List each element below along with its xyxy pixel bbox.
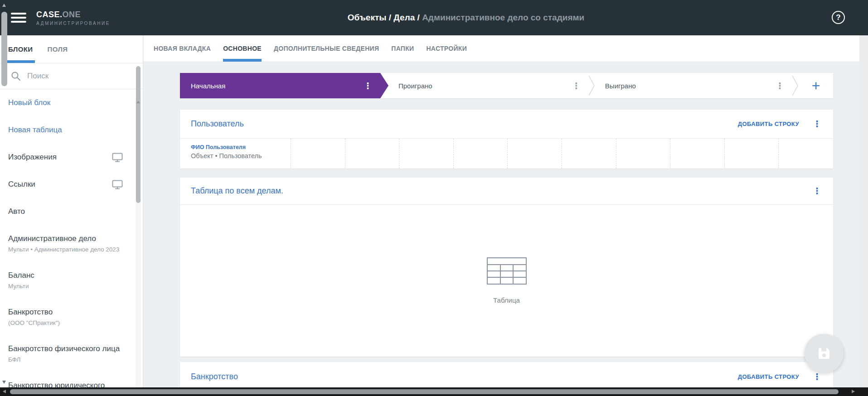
field-cell[interactable]: ФИО Пользователя Объект • Пользователь	[180, 139, 291, 169]
app-root: CASE.ONE АДМИНИСТРИРОВАНИЕ Объекты / Дел…	[0, 0, 868, 396]
monitor-icon	[112, 153, 123, 164]
sidebar-list-item[interactable]: Административное делоМульти • Администра…	[0, 225, 143, 262]
item-sublabel: (ООО "СПрактик")	[8, 319, 121, 327]
sidebar-list-item[interactable]: БалансМульти	[0, 262, 143, 299]
stage-label: Проиграно	[398, 82, 432, 90]
item-label: Новый блок	[8, 98, 121, 108]
main-tab[interactable]: ПАПКИ	[391, 35, 414, 62]
horizontal-scrollbar-thumb[interactable]	[10, 389, 839, 394]
scrollbar-right-arrow-icon[interactable]	[852, 390, 855, 393]
table-placeholder-label: Таблица	[493, 296, 520, 304]
item-sublabel: Мульти	[8, 283, 121, 290]
kebab-menu-icon[interactable]: ⋮	[776, 82, 784, 90]
kebab-menu-icon[interactable]: ⋮	[813, 372, 821, 381]
sidebar-search-row	[0, 63, 143, 89]
vertical-scrollbar[interactable]	[859, 0, 868, 387]
breadcrumb-current: Административное дело со стадиями	[422, 13, 584, 23]
sidebar-list-item[interactable]: Изображения	[0, 144, 143, 171]
empty-field-cell[interactable]	[779, 139, 833, 169]
stage-label: Начальная	[191, 82, 225, 90]
item-label: Банкротство физического лица	[8, 344, 121, 354]
stage-lost[interactable]: Проиграно ⋮	[388, 73, 588, 98]
kebab-menu-icon[interactable]: ⋮	[813, 120, 821, 128]
empty-field-cell[interactable]	[345, 139, 400, 169]
add-stage-button[interactable]: +	[799, 73, 833, 98]
card-user: Пользователь ДОБАВИТЬ СТРОКУ ⋮ ФИО Польз…	[180, 110, 833, 169]
sidebar: БЛОКИПОЛЯ Новый блокНовая таблицаИзображ…	[0, 35, 143, 387]
sidebar-list-item[interactable]: Новая таблица	[0, 116, 143, 144]
empty-field-cell[interactable]	[725, 139, 779, 169]
search-icon	[11, 71, 21, 81]
card-title[interactable]: Таблица по всем делам.	[191, 186, 283, 196]
monitor-icon	[112, 180, 123, 191]
sidebar-block-list: Новый блокНовая таблицаИзображенияСсылки…	[0, 89, 143, 396]
field-sublabel: Объект • Пользователь	[191, 152, 291, 159]
sidebar-list-item[interactable]: Ссылки	[0, 171, 143, 198]
stage-initial[interactable]: Начальная ⋮	[180, 73, 388, 98]
kebab-menu-icon[interactable]: ⋮	[572, 82, 581, 90]
table-icon	[487, 257, 527, 285]
horizontal-scrollbar[interactable]	[0, 387, 859, 396]
sidebar-list-item[interactable]: Новый блок	[0, 89, 143, 116]
item-label: Ссылки	[8, 179, 121, 189]
help-icon[interactable]: ?	[832, 11, 845, 24]
sidebar-list-item[interactable]: Банкротство физического лицаБФЛ	[0, 335, 143, 372]
item-label: Административное дело	[8, 234, 121, 244]
main-tab[interactable]: НАСТРОЙКИ	[426, 35, 467, 62]
sidebar-tabs: БЛОКИПОЛЯ	[0, 35, 143, 63]
sidebar-tab-fields[interactable]: ПОЛЯ	[48, 35, 68, 63]
item-label: Баланс	[8, 270, 121, 280]
card-bankruptcy: Банкротство ДОБАВИТЬ СТРОКУ ⋮	[180, 362, 833, 387]
empty-field-cell[interactable]	[562, 139, 616, 169]
save-floppy-icon	[816, 345, 832, 362]
main-content: Начальная ⋮ Проиграно ⋮ Выиграно ⋮ +	[144, 62, 859, 387]
empty-field-cell[interactable]	[616, 139, 671, 169]
empty-field-cell[interactable]	[291, 139, 345, 169]
card-table-all-cases: Таблица по всем делам. ⋮ Таблица	[180, 178, 833, 357]
kebab-menu-icon[interactable]: ⋮	[364, 82, 372, 90]
main-tab[interactable]: ДОПОЛНИТЕЛЬНЫЕ СВЕДЕНИЯ	[274, 35, 379, 62]
card-title[interactable]: Банкротство	[191, 372, 238, 382]
add-row-button[interactable]: ДОБАВИТЬ СТРОКУ	[738, 373, 799, 380]
stage-separator-chevron-icon	[588, 73, 595, 98]
empty-field-cell[interactable]	[508, 139, 562, 169]
scrollbar-up-arrow-icon[interactable]	[2, 4, 6, 7]
sidebar-scrollbar-thumb[interactable]	[136, 66, 141, 203]
empty-field-cell[interactable]	[454, 139, 508, 169]
item-label: Банкротство	[8, 307, 121, 317]
scrollbar-left-arrow-icon[interactable]	[3, 390, 6, 393]
item-label: Изображения	[8, 152, 121, 162]
item-sublabel: Мульти • Административное дело 2023	[8, 246, 121, 253]
stage-separator-chevron-icon	[791, 73, 799, 98]
field-label: ФИО Пользователя	[191, 144, 291, 150]
breadcrumb: Объекты / Дела / Административное дело с…	[73, 0, 859, 35]
table-placeholder-area: Таблица	[180, 205, 833, 357]
sidebar-scrollbar-up-icon[interactable]	[136, 101, 140, 103]
sidebar-list-item[interactable]: Банкротство(ООО "СПрактик")	[0, 299, 143, 335]
sidebar-tab-blocks[interactable]: БЛОКИ	[8, 35, 33, 63]
card-title[interactable]: Пользователь	[191, 119, 244, 129]
search-input[interactable]	[27, 72, 118, 81]
vertical-scrollbar-thumb[interactable]	[1, 12, 7, 86]
empty-field-cell[interactable]	[670, 139, 725, 169]
main-tab[interactable]: ОСНОВНОЕ	[223, 35, 262, 62]
top-bar: CASE.ONE АДМИНИСТРИРОВАНИЕ Объекты / Дел…	[0, 0, 859, 35]
stage-bar: Начальная ⋮ Проиграно ⋮ Выиграно ⋮ +	[180, 73, 833, 98]
breadcrumb-path[interactable]: Объекты / Дела /	[348, 13, 422, 23]
scrollbar-corner	[859, 387, 868, 396]
sidebar-list-item[interactable]: Авто	[0, 198, 143, 225]
logo-primary: CASE.	[36, 10, 63, 19]
hamburger-menu-icon[interactable]	[11, 13, 26, 23]
main-tab[interactable]: НОВАЯ ВКЛАДКА	[154, 35, 211, 62]
item-label: Новая таблица	[8, 125, 121, 135]
item-label: Авто	[8, 207, 121, 217]
scrollbar-down-arrow-icon[interactable]	[2, 381, 6, 384]
add-row-button[interactable]: ДОБАВИТЬ СТРОКУ	[738, 121, 799, 127]
kebab-menu-icon[interactable]: ⋮	[813, 187, 821, 195]
save-button[interactable]	[805, 334, 844, 373]
stage-label: Выиграно	[605, 82, 636, 90]
stage-won[interactable]: Выиграно ⋮	[595, 73, 791, 98]
item-sublabel: БФЛ	[8, 356, 121, 363]
main-tab-bar: НОВАЯ ВКЛАДКАОСНОВНОЕДОПОЛНИТЕЛЬНЫЕ СВЕД…	[144, 35, 859, 62]
empty-field-cell[interactable]	[399, 139, 454, 169]
